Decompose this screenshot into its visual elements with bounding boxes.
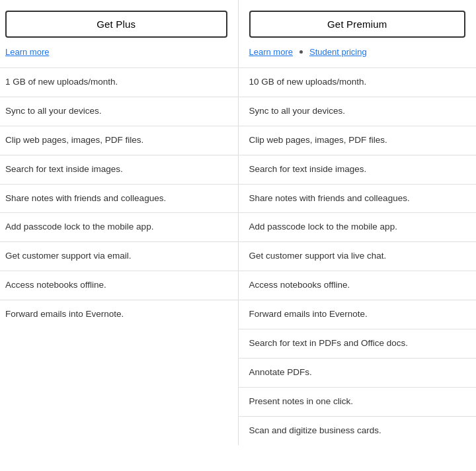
plus-feature-item: 1 GB of new uploads/month. <box>0 67 238 97</box>
premium-feature-item: Access notebooks offline. <box>239 271 477 300</box>
premium-features-list: 10 GB of new uploads/month.Sync to all y… <box>239 67 477 445</box>
premium-feature-item: Scan and digitize business cards. <box>239 416 477 445</box>
plus-feature-item: Share notes with friends and colleagues. <box>0 184 238 213</box>
plus-plan-links: Learn more <box>5 47 227 67</box>
premium-feature-item: Share notes with friends and colleagues. <box>239 184 477 213</box>
premium-feature-item: Sync to all your devices. <box>239 97 477 126</box>
premium-feature-item: Get customer support via live chat. <box>239 241 477 271</box>
plus-feature-item: Forward emails into Evernote. <box>0 300 238 329</box>
plus-features-list: 1 GB of new uploads/month.Sync to all yo… <box>0 67 238 329</box>
plus-plan: Get Plus Learn more 1 GB of new uploads/… <box>0 0 239 445</box>
premium-feature-item: Present notes in one click. <box>239 387 477 416</box>
premium-plan-links: Learn more Student pricing <box>249 47 466 67</box>
premium-feature-item: Forward emails into Evernote. <box>239 300 477 329</box>
plus-feature-item: Search for text inside images. <box>0 155 238 184</box>
premium-feature-item: 10 GB of new uploads/month. <box>239 67 477 97</box>
premium-learn-more-link[interactable]: Learn more <box>249 47 293 57</box>
plus-feature-item: Access notebooks offline. <box>0 271 238 300</box>
plans-container: Get Plus Learn more 1 GB of new uploads/… <box>0 0 476 445</box>
premium-feature-item: Clip web pages, images, PDF files. <box>239 126 477 155</box>
plus-learn-more-link[interactable]: Learn more <box>5 47 49 57</box>
student-pricing-link[interactable]: Student pricing <box>309 47 367 57</box>
get-plus-button[interactable]: Get Plus <box>5 11 227 38</box>
get-premium-button[interactable]: Get Premium <box>249 11 466 38</box>
dot-separator <box>299 50 303 54</box>
plus-feature-item: Clip web pages, images, PDF files. <box>0 126 238 155</box>
premium-feature-item: Search for text in PDFs and Office docs. <box>239 329 477 358</box>
plus-plan-header: Get Plus Learn more <box>0 0 238 67</box>
premium-feature-item: Add passcode lock to the mobile app. <box>239 212 477 241</box>
plus-feature-item: Sync to all your devices. <box>0 97 238 126</box>
premium-feature-item: Search for text inside images. <box>239 155 477 184</box>
premium-plan: Get Premium Learn more Student pricing 1… <box>239 0 477 445</box>
premium-plan-header: Get Premium Learn more Student pricing <box>239 0 477 67</box>
premium-feature-item: Annotate PDFs. <box>239 358 477 387</box>
plus-feature-item: Add passcode lock to the mobile app. <box>0 212 238 241</box>
plus-feature-item: Get customer support via email. <box>0 241 238 271</box>
